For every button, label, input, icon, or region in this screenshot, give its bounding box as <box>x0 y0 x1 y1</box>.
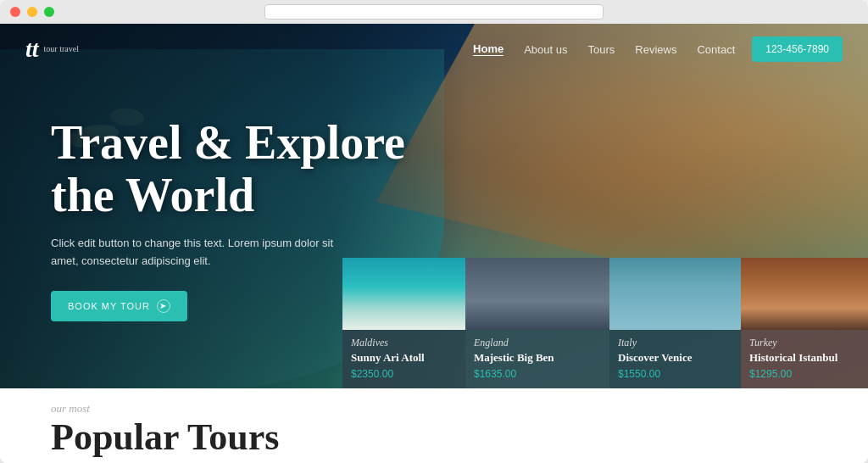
card-country-england: England <box>474 337 601 349</box>
card-body-italy: Italy Discover Venice $1550.00 <box>609 330 741 388</box>
card-image-maldives <box>342 258 465 330</box>
navigation: tt tour travel Home About us Tours Revie… <box>0 24 868 75</box>
card-image-italy <box>609 258 741 330</box>
nav-links: Home About us Tours Reviews Contact <box>473 42 735 56</box>
card-body-maldives: Maldives Sunny Ari Atoll $2350.00 <box>342 330 465 388</box>
url-bar[interactable] <box>264 4 604 20</box>
minimize-dot[interactable] <box>27 7 37 17</box>
book-tour-label: BOOK MY TOUR <box>68 301 150 311</box>
card-country-italy: Italy <box>618 337 732 349</box>
card-country-turkey: Turkey <box>749 337 860 349</box>
title-bar <box>0 0 868 24</box>
phone-button[interactable]: 123-456-7890 <box>752 36 843 62</box>
card-name-england: Majestic Big Ben <box>474 351 601 365</box>
nav-about[interactable]: About us <box>524 43 567 56</box>
tour-card-england[interactable]: England Majestic Big Ben $1635.00 <box>465 258 609 388</box>
card-image-england <box>465 258 609 330</box>
arrow-icon: ➤ <box>157 299 170 313</box>
card-name-italy: Discover Venice <box>618 351 732 365</box>
bottom-label: our most <box>51 402 279 416</box>
tour-card-turkey[interactable]: Turkey Historical Istanbul $1295.00 <box>741 258 868 388</box>
tour-cards: Maldives Sunny Ari Atoll $2350.00 Englan… <box>342 258 868 388</box>
logo-tt: tt <box>25 36 39 63</box>
logo-text: tour travel <box>44 44 79 54</box>
hero-section: tt tour travel Home About us Tours Revie… <box>0 24 868 388</box>
card-price-england: $1635.00 <box>474 368 601 380</box>
card-country-maldives: Maldives <box>351 337 457 349</box>
tour-card-maldives[interactable]: Maldives Sunny Ari Atoll $2350.00 <box>342 258 465 388</box>
nav-home[interactable]: Home <box>473 42 504 56</box>
bottom-title: Popular Tours <box>51 419 279 456</box>
card-body-turkey: Turkey Historical Istanbul $1295.00 <box>741 330 868 388</box>
bottom-section: our most Popular Tours <box>0 388 868 463</box>
card-image-turkey <box>741 258 868 330</box>
hero-subtitle: Click edit button to change this text. L… <box>51 235 339 271</box>
logo[interactable]: tt tour travel <box>25 36 79 63</box>
book-tour-button[interactable]: BOOK MY TOUR ➤ <box>51 291 187 321</box>
card-name-maldives: Sunny Ari Atoll <box>351 351 457 365</box>
nav-reviews[interactable]: Reviews <box>635 43 676 56</box>
close-dot[interactable] <box>10 7 20 17</box>
hero-title: Travel & Explore the World <box>51 117 405 221</box>
card-name-turkey: Historical Istanbul <box>749 351 860 365</box>
nav-contact[interactable]: Contact <box>697 43 735 56</box>
maximize-dot[interactable] <box>44 7 54 17</box>
nav-tours[interactable]: Tours <box>588 43 615 56</box>
card-price-italy: $1550.00 <box>618 368 732 380</box>
tour-card-italy[interactable]: Italy Discover Venice $1550.00 <box>609 258 741 388</box>
bottom-text: our most Popular Tours <box>51 402 279 456</box>
website: tt tour travel Home About us Tours Revie… <box>0 24 868 463</box>
card-price-turkey: $1295.00 <box>749 368 860 380</box>
card-body-england: England Majestic Big Ben $1635.00 <box>465 330 609 388</box>
card-price-maldives: $2350.00 <box>351 368 457 380</box>
